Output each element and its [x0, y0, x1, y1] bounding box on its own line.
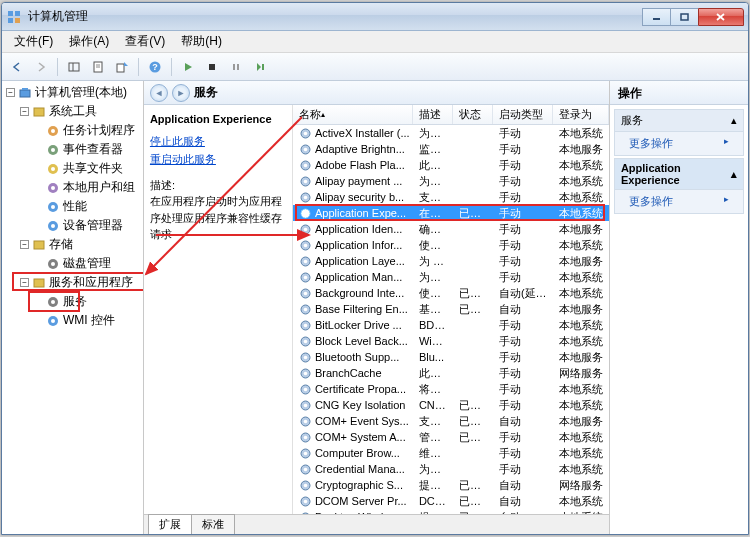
tree-item[interactable]: 事件查看器 — [2, 140, 143, 159]
service-startup: 自动 — [493, 510, 553, 515]
svg-rect-3 — [15, 18, 20, 23]
svg-point-62 — [304, 275, 308, 279]
service-name: Alipay payment ... — [293, 175, 413, 188]
menu-item[interactable]: 查看(V) — [117, 31, 173, 52]
service-logon: 本地系统 — [553, 286, 609, 301]
properties-button[interactable] — [87, 56, 109, 78]
column-header[interactable]: 状态 — [453, 105, 493, 124]
service-row[interactable]: Adaptive Brightn...监视...手动本地服务 — [293, 141, 609, 157]
column-header[interactable]: 描述 — [413, 105, 453, 124]
folder-icon — [46, 162, 60, 176]
action-item[interactable]: 更多操作 ▸ — [615, 190, 743, 213]
service-logon: 本地系统 — [553, 398, 609, 413]
service-row[interactable]: Alipay security b...支付...手动本地系统 — [293, 189, 609, 205]
tree-group[interactable]: −存储 — [2, 235, 143, 254]
help-button[interactable]: ? — [144, 56, 166, 78]
service-row[interactable]: CNG Key IsolationCNG...已启动手动本地系统 — [293, 397, 609, 413]
nav-fwd-icon[interactable]: ► — [172, 84, 190, 102]
minimize-button[interactable] — [642, 8, 670, 26]
tree-label: WMI 控件 — [63, 312, 115, 329]
service-row[interactable]: Certificate Propa...将用...手动本地系统 — [293, 381, 609, 397]
maximize-button[interactable] — [670, 8, 698, 26]
export-button[interactable] — [111, 56, 133, 78]
service-startup: 手动 — [493, 238, 553, 253]
service-row[interactable]: Application Expe...在应...已启动手动本地系统 — [293, 205, 609, 221]
menubar: 文件(F)操作(A)查看(V)帮助(H) — [2, 31, 748, 53]
service-row[interactable]: Background Inte...使用...已启动自动(延迟...本地系统 — [293, 285, 609, 301]
service-desc: 为用... — [413, 462, 453, 477]
service-row[interactable]: Alipay payment ...为支...手动本地系统 — [293, 173, 609, 189]
view-tab[interactable]: 扩展 — [148, 514, 192, 534]
tree-item[interactable]: 任务计划程序 — [2, 121, 143, 140]
service-row[interactable]: Bluetooth Supp...Blu...手动本地服务 — [293, 349, 609, 365]
column-header[interactable]: 名称 ▴ — [293, 105, 413, 124]
service-row[interactable]: Computer Brow...维护...手动本地系统 — [293, 445, 609, 461]
play-button[interactable] — [177, 56, 199, 78]
show-hide-button[interactable] — [63, 56, 85, 78]
service-row[interactable]: Application Iden...确定...手动本地服务 — [293, 221, 609, 237]
service-name: Block Level Back... — [293, 335, 413, 348]
column-header[interactable]: 登录为 — [553, 105, 609, 124]
service-row[interactable]: Application Infor...使用...手动本地系统 — [293, 237, 609, 253]
service-desc: 为 In... — [413, 254, 453, 269]
service-row[interactable]: Credential Mana...为用...手动本地系统 — [293, 461, 609, 477]
service-row[interactable]: Cryptographic S...提供...已启动自动网络服务 — [293, 477, 609, 493]
action-item[interactable]: 更多操作 ▸ — [615, 132, 743, 155]
tree-item[interactable]: 共享文件夹 — [2, 159, 143, 178]
tree-item[interactable]: 服务 — [2, 292, 143, 311]
service-startup: 手动 — [493, 334, 553, 349]
service-row[interactable]: DCOM Server Pr...DCO...已启动自动本地系统 — [293, 493, 609, 509]
service-row[interactable]: Desktop Windo...提供...已启动自动本地系统 — [293, 509, 609, 514]
tree-item[interactable]: 设备管理器 — [2, 216, 143, 235]
restart-button[interactable] — [249, 56, 271, 78]
service-row[interactable]: Base Filtering En...基本...已启动自动本地服务 — [293, 301, 609, 317]
menu-item[interactable]: 文件(F) — [6, 31, 61, 52]
menu-item[interactable]: 帮助(H) — [173, 31, 230, 52]
tree-group[interactable]: −服务和应用程序 — [2, 273, 143, 292]
restart-service-link[interactable]: 重启动此服务 — [150, 151, 286, 169]
nav-back-icon[interactable]: ◄ — [150, 84, 168, 102]
service-name: Adobe Flash Pla... — [293, 159, 413, 172]
svg-point-80 — [304, 419, 308, 423]
view-tab[interactable]: 标准 — [191, 514, 235, 534]
service-row[interactable]: Adobe Flash Pla...此服...手动本地系统 — [293, 157, 609, 173]
gear-icon — [299, 175, 312, 188]
service-status: 已启动 — [453, 478, 493, 493]
service-row[interactable]: ActiveX Installer (...为从...手动本地系统 — [293, 125, 609, 141]
tree-label: 共享文件夹 — [63, 160, 123, 177]
stop-service-link[interactable]: 停止此服务 — [150, 133, 286, 151]
pause-button[interactable] — [225, 56, 247, 78]
service-row[interactable]: COM+ System A...管理...已启动手动本地系统 — [293, 429, 609, 445]
service-row[interactable]: BitLocker Drive ...BDE...手动本地系统 — [293, 317, 609, 333]
tree-group[interactable]: −系统工具 — [2, 102, 143, 121]
service-row[interactable]: Application Man...为通...手动本地系统 — [293, 269, 609, 285]
service-row[interactable]: COM+ Event Sys...支持...已启动自动本地服务 — [293, 413, 609, 429]
service-row[interactable]: Application Laye...为 In...手动本地服务 — [293, 253, 609, 269]
svg-point-60 — [304, 259, 308, 263]
service-row[interactable]: BranchCache此服...手动网络服务 — [293, 365, 609, 381]
service-name: Credential Mana... — [293, 463, 413, 476]
section-header[interactable]: Application Experience▴ — [615, 159, 743, 190]
services-list[interactable]: 名称 ▴描述状态启动类型登录为ActiveX Installer (...为从.… — [292, 105, 609, 514]
forward-button[interactable] — [30, 56, 52, 78]
gear-icon — [299, 367, 312, 380]
stop-button[interactable] — [201, 56, 223, 78]
tree-pane[interactable]: −计算机管理(本地)−系统工具任务计划程序事件查看器共享文件夹本地用户和组性能设… — [2, 81, 144, 534]
back-button[interactable] — [6, 56, 28, 78]
column-header[interactable]: 启动类型 — [493, 105, 553, 124]
service-logon: 本地系统 — [553, 158, 609, 173]
tree-item[interactable]: WMI 控件 — [2, 311, 143, 330]
section-header[interactable]: 服务▴ — [615, 110, 743, 132]
tree-root[interactable]: −计算机管理(本地) — [2, 83, 143, 102]
tree-item[interactable]: 磁盘管理 — [2, 254, 143, 273]
gear-icon — [299, 511, 312, 515]
service-name: Computer Brow... — [293, 447, 413, 460]
close-button[interactable] — [698, 8, 744, 26]
menu-item[interactable]: 操作(A) — [61, 31, 117, 52]
tree-item[interactable]: 本地用户和组 — [2, 178, 143, 197]
service-row[interactable]: Block Level Back...Win...手动本地系统 — [293, 333, 609, 349]
service-desc: 确定... — [413, 222, 453, 237]
svg-point-84 — [304, 451, 308, 455]
tree-item[interactable]: 性能 — [2, 197, 143, 216]
service-name: Application Iden... — [293, 223, 413, 236]
